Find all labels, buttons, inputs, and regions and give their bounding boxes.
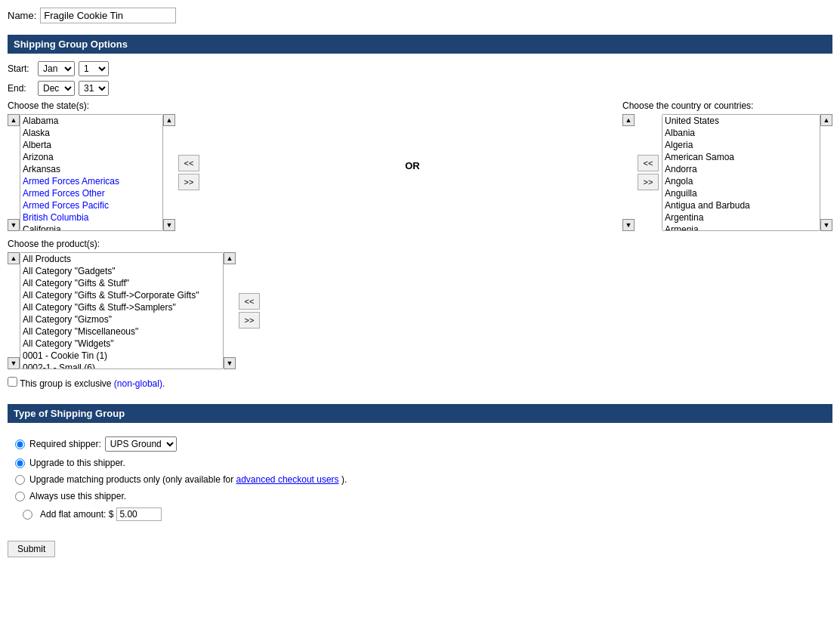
states-move-buttons: << >> [178, 155, 199, 190]
upgrade-matching-radio[interactable] [15, 475, 25, 485]
name-label: Name: [8, 10, 36, 21]
countries-scroll-bottom[interactable]: ▼ [820, 219, 832, 231]
choose-countries-label: Choose the country or countries: [622, 100, 832, 111]
radio-group: Required shipper: UPS Ground FedEx USPS … [8, 430, 832, 533]
states-section: Choose the state(s): ▲ ▼ Alabama Alaska … [8, 100, 202, 231]
end-day-select[interactable]: 12345 678910 1112131415 1617181920 21222… [79, 81, 109, 96]
products-move-buttons: << >> [239, 293, 260, 329]
countries-scroll-down[interactable]: ▼ [622, 219, 635, 231]
states-move-right-btn[interactable]: >> [178, 174, 199, 190]
end-date-row: End: JanFebMarApr MayJunJulAug SepOctNov… [8, 81, 832, 96]
upgrade-shipper-row: Upgrade to this shipper. [15, 458, 832, 468]
always-use-label: Always use this shipper. [29, 491, 126, 501]
products-list-container: ▲ ▼ All Products All Category "Gadgets" … [8, 252, 832, 369]
states-scroll-down[interactable]: ▼ [8, 219, 20, 231]
exclusive-link[interactable]: (non-global). [114, 378, 165, 389]
choose-states-label: Choose the state(s): [8, 100, 202, 111]
states-scroll-top[interactable]: ▲ [163, 114, 175, 126]
end-label: End: [8, 83, 38, 94]
products-scroll-top[interactable]: ▲ [224, 252, 236, 264]
products-move-right-btn[interactable]: >> [239, 312, 260, 329]
flat-amount-input[interactable] [116, 507, 162, 521]
countries-list-container: ▲ ▼ << >> United States Albania Algeria … [622, 114, 832, 231]
name-row: Name: [8, 8, 832, 23]
states-listbox[interactable]: Alabama Alaska Alberta Arizona Arkansas … [20, 114, 163, 231]
countries-move-right-btn[interactable]: >> [638, 174, 659, 190]
upgrade-label: Upgrade to this shipper. [29, 458, 125, 468]
start-day-select[interactable]: 12345 678910 1112131415 1617181920 21222… [79, 61, 109, 76]
upgrade-matching-label: Upgrade matching products only (only ava… [29, 474, 347, 485]
products-move-left-btn[interactable]: << [239, 293, 260, 310]
name-input[interactable] [40, 8, 176, 23]
flat-amount-row: Add flat amount: $ [15, 507, 832, 521]
always-use-row: Always use this shipper. [15, 491, 832, 501]
states-list-container: ▲ ▼ Alabama Alaska Alberta Arizona Arkan… [8, 114, 202, 231]
states-scroll-bottom[interactable]: ▼ [163, 219, 175, 231]
flat-amount-label: Add flat amount: $ [40, 509, 113, 520]
countries-move-left-btn[interactable]: << [638, 155, 659, 171]
upgrade-radio[interactable] [15, 458, 25, 468]
required-shipper-radio[interactable] [15, 440, 25, 449]
end-month-select[interactable]: JanFebMarApr MayJunJulAug SepOctNovDec [38, 81, 75, 96]
required-shipper-row: Required shipper: UPS Ground FedEx USPS [15, 436, 832, 452]
products-scroll-down[interactable]: ▼ [8, 357, 20, 369]
choose-products-label: Choose the product(s): [8, 239, 832, 249]
shipping-group-header: Shipping Group Options [8, 35, 832, 54]
start-date-row: Start: JanFebMarApr MayJunJulAug SepOctN… [8, 61, 832, 76]
submit-button[interactable]: Submit [8, 541, 55, 557]
flat-amount-radio[interactable] [23, 510, 32, 520]
always-use-radio[interactable] [15, 492, 25, 501]
products-scroll-up[interactable]: ▲ [8, 252, 20, 264]
shipper-select[interactable]: UPS Ground FedEx USPS [105, 436, 177, 452]
upgrade-matching-row: Upgrade matching products only (only ava… [15, 474, 832, 485]
states-move-left-btn[interactable]: << [178, 155, 199, 171]
countries-section: Choose the country or countries: ▲ ▼ << … [622, 100, 832, 231]
countries-listbox[interactable]: United States Albania Algeria American S… [662, 114, 820, 231]
countries-scroll-up[interactable]: ▲ [622, 114, 635, 126]
type-of-shipping-header: Type of Shipping Group [8, 404, 832, 423]
products-section: Choose the product(s): ▲ ▼ All Products … [8, 239, 832, 369]
type-of-shipping-group-section: Type of Shipping Group Required shipper:… [8, 404, 832, 533]
submit-row: Submit [8, 533, 832, 565]
states-scroll-up[interactable]: ▲ [8, 114, 20, 126]
advanced-checkout-link[interactable]: advanced checkout users [236, 474, 339, 485]
countries-move-buttons: << >> [638, 155, 659, 190]
required-shipper-label: Required shipper: UPS Ground FedEx USPS [29, 436, 181, 452]
exclusive-row: This group is exclusive (non-global). [8, 377, 832, 389]
shipping-group-section: Shipping Group Options Start: JanFebMarA… [8, 35, 832, 389]
products-scroll-bottom[interactable]: ▼ [224, 357, 236, 369]
or-label: OR [202, 160, 622, 171]
start-month-select[interactable]: JanFebMarApr MayJunJulAug SepOctNovDec [38, 61, 75, 76]
start-label: Start: [8, 63, 38, 74]
exclusive-checkbox[interactable] [8, 377, 17, 387]
countries-scroll-top[interactable]: ▲ [820, 114, 832, 126]
products-listbox[interactable]: All Products All Category "Gadgets" All … [20, 252, 224, 369]
exclusive-label: This group is exclusive [20, 378, 111, 389]
